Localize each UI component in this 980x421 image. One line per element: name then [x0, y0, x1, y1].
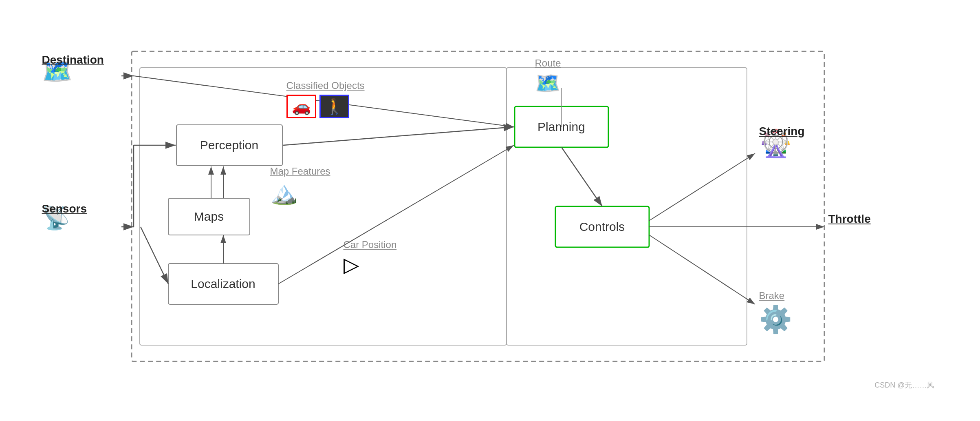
controls-module: Controls	[555, 206, 649, 247]
brake-area: Brake ⚙️	[759, 290, 792, 335]
maps-module: Maps	[168, 198, 250, 235]
svg-line-14	[141, 227, 168, 284]
car-position-icon: ▷	[344, 253, 397, 277]
steering-label: Steering	[759, 125, 805, 138]
diagram-container: Destination 🗺️ Sensors 📡 Perception Maps…	[42, 27, 938, 394]
map-features-area: Map Features 🏔️	[270, 166, 330, 206]
route-area: Route 🗺️	[535, 58, 561, 95]
classified-objects-area: Classified Objects 🚗 🚶	[286, 80, 365, 118]
map-features-label: Map Features	[270, 166, 330, 177]
sensors-label: Sensors 📡	[42, 202, 70, 231]
map-features-icon: 🏔️	[270, 179, 330, 206]
car-position-label: Car Position	[344, 239, 397, 250]
svg-line-20	[649, 235, 755, 304]
brake-label: Brake	[759, 290, 792, 301]
svg-line-16	[283, 127, 514, 145]
steering-area: Steering 🎡	[759, 125, 792, 159]
throttle-label: Throttle	[828, 213, 871, 226]
classified-objects-label: Classified Objects	[286, 80, 365, 91]
perception-module: Perception	[176, 125, 282, 166]
car-position-area: Car Position ▷	[344, 239, 397, 277]
classified-icons: 🚗 🚶	[286, 95, 365, 118]
route-icon: 🗺️	[535, 71, 561, 95]
watermark: CSDN @无……风	[874, 380, 934, 390]
destination-label: Destination 🗺️	[42, 53, 73, 86]
brake-icon: ⚙️	[759, 304, 792, 335]
localization-module: Localization	[168, 264, 278, 304]
route-label: Route	[535, 58, 561, 69]
planning-module: Planning	[515, 106, 608, 147]
svg-line-18	[649, 153, 755, 221]
person-icon: 🚶	[319, 95, 349, 118]
svg-line-17	[562, 147, 602, 206]
car-icon: 🚗	[286, 95, 316, 118]
